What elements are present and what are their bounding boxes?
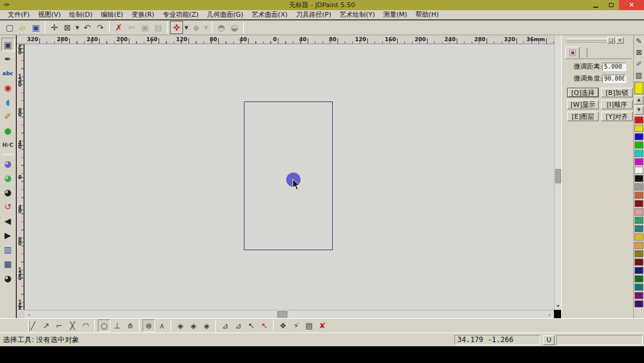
nudge-distance-input[interactable]: [602, 63, 626, 71]
cancel-operation[interactable]: ✘: [316, 319, 329, 332]
place-on-plane[interactable]: ⊿: [219, 319, 231, 332]
color-swatch-19[interactable]: [634, 275, 643, 282]
combine-button[interactable]: ◆: [190, 21, 203, 34]
snap-corner[interactable]: ⌐: [53, 319, 66, 332]
surface-lamp-toggle[interactable]: ◕: [1, 171, 15, 184]
transform-button[interactable]: ✜: [170, 21, 183, 34]
art-grid[interactable]: ▤: [303, 319, 315, 332]
color-swatch-1[interactable]: [634, 125, 643, 132]
color-swatch-4[interactable]: [634, 150, 643, 157]
snap-node[interactable]: ⋏: [156, 319, 168, 332]
color-swatch-5[interactable]: [634, 158, 643, 165]
menu-pro-function[interactable]: 专业功能(Z): [159, 10, 203, 20]
view-plane-xy[interactable]: ◈: [174, 319, 187, 332]
surface-tool[interactable]: ◖: [1, 95, 15, 109]
current-color-swatch[interactable]: [634, 82, 643, 94]
render-lamp-toggle[interactable]: ◕: [1, 271, 15, 285]
panel-restore-button[interactable]: ❏: [607, 37, 615, 44]
palette-scroll-up-button[interactable]: ▲: [634, 96, 643, 104]
weld-top-button[interactable]: ◓: [215, 21, 228, 34]
menu-geometry-surface[interactable]: 几何曲面(G): [203, 10, 247, 20]
node-edit-tool[interactable]: ✒: [1, 52, 15, 66]
relief-tool[interactable]: ●: [1, 124, 15, 137]
color-swatch-10[interactable]: [634, 200, 643, 207]
snap-intersection[interactable]: ╳: [66, 319, 79, 332]
color-swatch-21[interactable]: [634, 292, 643, 299]
snap-toolbar-handle[interactable]: [28, 321, 30, 331]
panel-button-align[interactable]: [Y]对齐: [601, 112, 633, 121]
drill-tool[interactable]: H꜔C: [1, 138, 15, 152]
path-lamp-toggle[interactable]: ◕: [1, 185, 15, 199]
menu-draw[interactable]: 绘制(D): [65, 10, 97, 20]
curve-lamp-toggle[interactable]: ◕: [1, 156, 15, 170]
snap-arc[interactable]: ◠: [79, 319, 92, 332]
color-swatch-12[interactable]: [634, 217, 643, 224]
scroll-right-button[interactable]: ›: [546, 310, 553, 318]
color-swatch-6[interactable]: [634, 167, 643, 174]
panel-button-order[interactable]: [I]顺序: [601, 100, 633, 109]
color-swatch-22[interactable]: [634, 300, 643, 307]
menu-toolpath[interactable]: 刀具路径(P): [292, 10, 335, 20]
no-fill-tool[interactable]: ⊠: [634, 47, 644, 58]
prev-view-button[interactable]: ◀: [1, 214, 15, 227]
horizontal-scrollbar[interactable]: ‹ ›: [24, 310, 554, 318]
minimize-button[interactable]: [588, 0, 603, 10]
snap-smart[interactable]: ↗: [40, 319, 52, 332]
snap-tangent[interactable]: ⋔: [124, 319, 137, 332]
tab-selection-options[interactable]: [565, 47, 580, 59]
close-button[interactable]: ✕: [619, 0, 644, 10]
menu-transform[interactable]: 变换(R): [128, 10, 159, 20]
vertical-scrollbar-thumb[interactable]: [555, 169, 561, 183]
color-swatch-0[interactable]: [634, 116, 643, 124]
color-swatch-7[interactable]: [634, 175, 643, 182]
panel-button-show[interactable]: [W]显示: [567, 100, 599, 109]
color-swatch-17[interactable]: [634, 259, 643, 266]
snap-center[interactable]: ⊗: [143, 319, 155, 332]
menu-help[interactable]: 帮助(H): [411, 10, 443, 20]
text-tool[interactable]: abc: [1, 66, 15, 80]
menu-file[interactable]: 文件(F): [4, 10, 34, 20]
pen-color-tool[interactable]: ✎: [634, 36, 644, 47]
color-swatch-14[interactable]: [634, 233, 643, 241]
panel-button-lock[interactable]: [B]加锁: [601, 88, 633, 97]
scroll-left-button[interactable]: ‹: [25, 310, 33, 318]
transform-button-dropdown[interactable]: ▼: [183, 21, 190, 34]
next-view-button[interactable]: ▶: [1, 228, 15, 242]
drawing-canvas[interactable]: [24, 44, 554, 310]
open-file-button[interactable]: ▱: [16, 21, 29, 34]
menu-measure[interactable]: 测量(M): [379, 10, 411, 20]
color-swatch-20[interactable]: [634, 284, 643, 291]
view-plane-yz[interactable]: ◈: [187, 319, 200, 332]
frame-select-button[interactable]: ⊠: [61, 21, 74, 34]
menu-art-surface[interactable]: 艺术曲面(X): [247, 10, 292, 20]
color-swatch-11[interactable]: [634, 208, 643, 216]
color-swatch-8[interactable]: [634, 183, 643, 190]
save-file-button[interactable]: ▣: [29, 21, 42, 34]
undo-button[interactable]: ↶: [80, 21, 94, 34]
color-swatch-9[interactable]: [634, 192, 643, 199]
pattern-fill-tool[interactable]: ▨: [634, 70, 644, 81]
profile-tool[interactable]: ◉: [1, 81, 15, 94]
color-swatch-3[interactable]: [634, 141, 643, 149]
color-swatch-15[interactable]: [634, 242, 643, 249]
frame-select-button-dropdown[interactable]: ▼: [74, 21, 80, 34]
view-plane-zx[interactable]: ◈: [200, 319, 213, 332]
art-brush-tool[interactable]: ✐: [1, 109, 15, 123]
vertical-scrollbar[interactable]: ▾: [554, 35, 561, 310]
refresh-view-button[interactable]: ↺: [1, 199, 15, 213]
weld-full-button[interactable]: ◒: [228, 21, 241, 34]
color-swatch-13[interactable]: [634, 225, 643, 232]
unit-button[interactable]: U: [543, 335, 555, 345]
panel-button-select[interactable]: [Q]选择: [567, 88, 599, 97]
color-swatch-16[interactable]: [634, 250, 643, 257]
panel-close-button[interactable]: ×: [616, 37, 624, 44]
palette-scroll-down-button[interactable]: ▼: [634, 106, 643, 115]
select-tool[interactable]: ▣: [1, 38, 15, 51]
new-file-button[interactable]: ▢: [3, 21, 16, 34]
color-swatch-18[interactable]: [634, 267, 643, 274]
menu-art-draw[interactable]: 艺术绘制(Y): [335, 10, 379, 20]
delete-pick[interactable]: ↖: [258, 319, 271, 332]
cut-button[interactable]: ✂: [125, 21, 138, 34]
art-combine[interactable]: ❖: [277, 319, 289, 332]
snap-circle[interactable]: ○: [98, 319, 110, 332]
